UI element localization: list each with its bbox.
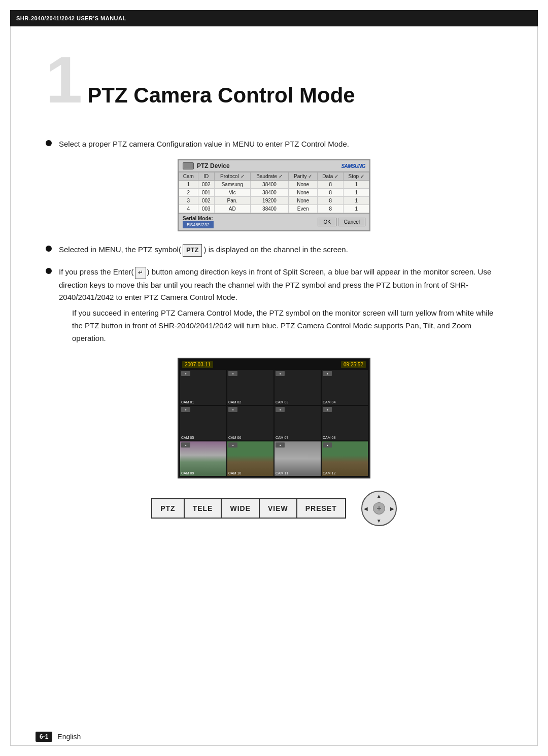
page-number-badge: 6-1 [36, 732, 52, 742]
chapter-heading: 1 PTZ Camera Control Mode [46, 47, 502, 118]
bullet-dot-2 [46, 246, 52, 252]
ptz-device-title: PTZ Device [197, 162, 230, 169]
col-data: Data ✓ [318, 173, 344, 181]
col-stop: Stop ✓ [344, 173, 369, 181]
footer-language: English [57, 733, 81, 741]
cancel-button[interactable]: Cancel [338, 218, 365, 226]
ok-button[interactable]: OK [318, 218, 336, 226]
dpad-right-arrow[interactable]: ▶ [390, 506, 394, 511]
cam-top-bar: 2007-03-11 09:25:52 [180, 360, 368, 370]
cam-label-2: CAM 02 [228, 400, 241, 404]
cam-cell-1: ● CAM 01 [180, 370, 226, 404]
ctrl-btn-group: PTZ TELE WIDE VIEW PRESET [151, 498, 346, 519]
cam-label-8: CAM 08 [323, 436, 335, 439]
ptz-device-footer: Serial Mode: RS485/232 OK Cancel [179, 213, 369, 230]
cam-date: 2007-03-11 [182, 361, 213, 368]
tape-icon [183, 162, 194, 169]
dpad-center-button[interactable] [373, 502, 385, 514]
cam-icon-7: ● [276, 407, 285, 412]
cam-label-1: CAM 01 [181, 400, 194, 404]
cam-cell-4: ● CAM 04 [322, 370, 368, 404]
cam-icon-12: ● [323, 442, 332, 448]
col-cam: Cam [179, 173, 198, 181]
cam-cell-2: ● CAM 02 [227, 370, 273, 404]
cam-label-11: CAM 11 [276, 471, 288, 475]
ptz-action-buttons: OK Cancel [318, 218, 365, 226]
cam-label-7: CAM 07 [276, 436, 288, 439]
enter-icon: ↵ [135, 267, 146, 279]
ptz-device-header: PTZ Device SAMSUNG [179, 160, 369, 172]
ptz-button[interactable]: PTZ [151, 498, 184, 519]
table-row: 3 002 Pan. 19200 None 8 1 [179, 197, 369, 205]
cam-cell-8: ● CAM 08 [322, 406, 368, 440]
bullet-text-3: If you press the Enter(↵) button among d… [59, 266, 502, 348]
control-buttons-row: PTZ TELE WIDE VIEW PRESET ▲ ▼ ◀ ▶ [167, 491, 381, 526]
bullet-item-2: Selected in MENU, the PTZ symbol(PTZ) is… [46, 244, 502, 257]
cam-label-9: CAM 09 [181, 471, 194, 475]
bullet-3-sub: If you succeed in entering PTZ Camera Co… [72, 307, 502, 345]
chapter-number: 1 [46, 47, 82, 113]
ptz-device-header-title: PTZ Device [183, 162, 230, 169]
tele-button[interactable]: TELE [185, 498, 222, 519]
cam-cell-9: ● CAM 09 [180, 441, 226, 476]
col-baudrate: Baudrate ✓ [250, 173, 289, 181]
cam-icon-5: ● [181, 407, 190, 412]
dpad-container: ▲ ▼ ◀ ▶ [361, 491, 397, 526]
dpad-left-arrow[interactable]: ◀ [364, 506, 368, 511]
bullet-3-main: If you press the Enter(↵) button among d… [59, 267, 491, 302]
cam-icon-1: ● [181, 371, 190, 376]
header-title: SHR-2040/2041/2042 USER'S MANUAL [16, 15, 126, 21]
ptz-badge: PTZ [183, 244, 202, 257]
cam-label-6: CAM 06 [228, 436, 241, 439]
cam-icon-4: ● [323, 371, 332, 376]
cam-icon-3: ● [276, 371, 285, 376]
view-button[interactable]: VIEW [260, 498, 297, 519]
cam-icon-10: ● [228, 442, 237, 448]
samsung-logo: SAMSUNG [341, 163, 365, 169]
cam-label-5: CAM 05 [181, 436, 194, 439]
ptz-device-table: Cam ID Protocol ✓ Baudrate ✓ Parity ✓ Da… [179, 172, 369, 213]
dpad-down-arrow[interactable]: ▼ [376, 518, 382, 524]
col-protocol: Protocol ✓ [214, 173, 250, 181]
cam-cell-12: ● CAM 12 [322, 441, 368, 476]
cam-cell-11: ● CAM 11 [275, 441, 321, 476]
cam-time: 09:25:52 [341, 361, 366, 368]
bullet-text-2: Selected in MENU, the PTZ symbol(PTZ) is… [59, 244, 348, 257]
cam-cell-6: ● CAM 06 [227, 406, 273, 440]
cam-label-12: CAM 12 [323, 471, 335, 475]
serial-mode-label: Serial Mode: [183, 216, 214, 221]
content-area: 1 PTZ Camera Control Mode Select a prope… [10, 26, 538, 746]
chapter-title: PTZ Camera Control Mode [87, 83, 355, 113]
page-footer: 6-1 English [36, 732, 81, 742]
col-parity: Parity ✓ [289, 173, 318, 181]
cam-label-3: CAM 03 [276, 400, 288, 404]
cam-cell-7: ● CAM 07 [275, 406, 321, 440]
cam-cell-3: ● CAM 03 [275, 370, 321, 404]
cam-icon-8: ● [323, 407, 332, 412]
cam-icon-6: ● [228, 407, 237, 412]
cam-cell-10: ● CAM 10 [227, 441, 273, 476]
cam-cell-5: ● CAM 05 [180, 406, 226, 440]
dpad[interactable]: ▲ ▼ ◀ ▶ [361, 491, 397, 526]
bullet-text-1: Select a proper PTZ camera Configuration… [59, 138, 349, 150]
serial-mode-dropdown[interactable]: RS485/232 [183, 221, 214, 228]
cam-icon-9: ● [181, 442, 190, 448]
bullet-dot-1 [46, 140, 52, 146]
col-id: ID [198, 173, 214, 181]
cam-icon-11: ● [276, 442, 285, 448]
cam-label-4: CAM 04 [323, 400, 335, 404]
preset-button[interactable]: PRESET [297, 498, 346, 519]
bullet-dot-3 [46, 268, 52, 274]
camera-grid-screenshot: 2007-03-11 09:25:52 ● CAM 01 ● CAM 02 ● … [178, 358, 370, 478]
header-bar: SHR-2040/2041/2042 USER'S MANUAL [10, 10, 538, 26]
table-row: 4 003 AD 38400 Even 8 1 [179, 205, 369, 213]
table-row: 2 001 Vic 38400 None 8 1 [179, 189, 369, 197]
dpad-up-arrow[interactable]: ▲ [376, 493, 382, 499]
ptz-device-screenshot: PTZ Device SAMSUNG Cam ID Protocol ✓ Bau… [178, 159, 370, 231]
cam-icon-2: ● [228, 371, 237, 376]
wide-button[interactable]: WIDE [222, 498, 260, 519]
bullet-item-1: Select a proper PTZ camera Configuration… [46, 138, 502, 150]
table-row: 1 002 Samsung 38400 None 8 1 [179, 181, 369, 189]
dpad-center-icon [376, 506, 382, 511]
bullet-item-3: If you press the Enter(↵) button among d… [46, 266, 502, 348]
